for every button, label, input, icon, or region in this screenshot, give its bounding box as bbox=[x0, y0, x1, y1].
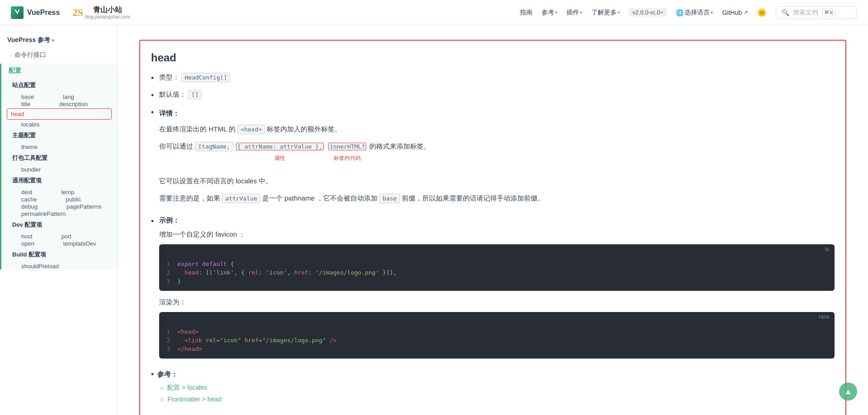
nav-reference[interactable]: 参考 ▾ bbox=[542, 9, 557, 17]
github-link[interactable]: GitHub ↗ bbox=[722, 9, 748, 16]
default-content: 默认值： [] bbox=[159, 90, 835, 99]
sidebar-section-title-vuepress-ref[interactable]: VuePress 参考 ▾ bbox=[0, 33, 117, 48]
detail-para-2: 你可以通过 [tagName, { attrName: attrValue },… bbox=[159, 140, 835, 161]
sidebar-item-theme[interactable]: theme bbox=[1, 141, 45, 153]
type-label: 类型： bbox=[159, 73, 179, 81]
type-item: • 类型： HeadConfig[] bbox=[151, 73, 835, 83]
sidebar-group-theme-config: 主题配置 bbox=[1, 128, 117, 143]
html-line-content-2: <link rel="icon" href="/images/logo.png"… bbox=[177, 337, 835, 344]
line-content-3: } bbox=[177, 278, 835, 284]
version-selector[interactable]: v2.0.0-rc.0 ▾ bbox=[629, 8, 667, 17]
html-line-num-2: 2 bbox=[159, 337, 177, 344]
nav-plugins-arrow-icon: ▾ bbox=[580, 10, 582, 15]
ref-circle-1: ○ bbox=[160, 384, 164, 392]
code-lines-html: 1 <head> 2 <link rel="icon" href="/image… bbox=[159, 322, 835, 359]
theme-toggle-button[interactable]: 🌞 bbox=[757, 8, 767, 18]
version-arrow-icon: ▾ bbox=[661, 10, 663, 15]
code-block-ts: ts 1 export default { 2 head: [['link', … bbox=[159, 244, 835, 291]
search-box[interactable]: 🔍 搜索文档 ⌘ K bbox=[776, 6, 857, 19]
ref-title: • 参考： bbox=[151, 369, 835, 379]
detail-label: 详情： bbox=[159, 109, 835, 118]
head-tag-code: <head> bbox=[237, 125, 265, 134]
chevron-up-icon: ▲ bbox=[844, 387, 852, 396]
sidebar-item-should-preload[interactable]: shouldPreload bbox=[1, 261, 66, 272]
brand-logo[interactable]: VuePress bbox=[11, 6, 60, 19]
bullet-dot-ref: • bbox=[151, 370, 154, 379]
nav-plugins[interactable]: 插件 ▾ bbox=[566, 9, 582, 17]
section-title: head bbox=[151, 51, 835, 64]
line-num-3: 3 bbox=[159, 278, 177, 284]
ref-link-frontmatter[interactable]: Frontmatter > head bbox=[167, 396, 221, 403]
brand-url: blog.yanqingshan.com bbox=[85, 14, 130, 19]
sidebar-item-head[interactable]: head bbox=[7, 108, 112, 120]
bullet-dot-detail: • bbox=[151, 108, 154, 117]
code-line-html-3: 3 </head> bbox=[159, 345, 835, 353]
sidebar-section-cli: 命令行接口 bbox=[0, 48, 117, 62]
render-label: 渲染为： bbox=[159, 298, 835, 307]
detail-para-4: 需要注意的是，如果 attrValue 是一个 pathname ，它不会被自动… bbox=[159, 192, 835, 204]
nav-learn-more[interactable]: 了解更多 ▾ bbox=[591, 9, 620, 17]
sidebar-item-permalink-pattern[interactable]: permalinkPattern bbox=[1, 208, 73, 219]
sidebar-item-open[interactable]: open bbox=[1, 238, 42, 249]
code-line-html-1: 1 <head> bbox=[159, 327, 835, 336]
references-section: • 参考： ○ 配置 > locales ○ Frontmatter > hea… bbox=[151, 369, 835, 403]
line-num-2: 2 bbox=[159, 269, 177, 276]
site-brand[interactable]: 2S 青山小站 blog.yanqingshan.com bbox=[74, 4, 128, 22]
line-content-1: export default { bbox=[177, 261, 835, 267]
innerhtml-code: innerHTML? bbox=[328, 143, 366, 150]
sidebar-item-bundler[interactable]: bundler bbox=[1, 164, 48, 175]
detail-content: 详情： 在最终渲染出的 HTML 的 <head> 标签内加入的额外标签。 你可… bbox=[159, 109, 835, 209]
type-value: HeadConfig[] bbox=[181, 73, 230, 82]
line-content-2: head: [['link', { rel: 'icon', href: '/i… bbox=[177, 269, 835, 276]
back-to-top-button[interactable]: ▲ bbox=[839, 382, 857, 401]
code-line-ts-3: 3 } bbox=[159, 277, 835, 285]
main-nav: 指南 参考 ▾ 插件 ▾ 了解更多 ▾ v2.0.0-rc.0 ▾ 🌐 选择语言… bbox=[520, 6, 857, 19]
vuepress-logo-text: VuePress bbox=[27, 9, 60, 17]
example-item: • 示例： 增加一个自定义的 favicon ： ts 1 bbox=[151, 216, 835, 362]
attrvalue-code: { attrName: attrValue }, bbox=[236, 143, 324, 150]
bullet-dot-type: • bbox=[151, 74, 154, 83]
html-badge: html bbox=[819, 314, 829, 320]
code-block-html-header: html bbox=[159, 312, 835, 322]
tagname-code: [tagName, bbox=[195, 142, 233, 151]
lang-arrow-icon: ▾ bbox=[711, 10, 713, 15]
html-line-content-3: </head> bbox=[177, 345, 835, 352]
main-content: head • 类型： HeadConfig[] • 默认值： [] bbox=[118, 25, 868, 415]
annotation-html-label: 标签内代码 bbox=[334, 154, 361, 163]
property-list: • 类型： HeadConfig[] • 默认值： [] • bbox=[151, 73, 835, 362]
sidebar-group-common-config: 通用配置项 bbox=[1, 173, 117, 188]
code-line-ts-2: 2 head: [['link', { rel: 'icon', href: '… bbox=[159, 268, 835, 277]
search-icon: 🔍 bbox=[782, 9, 789, 16]
language-selector[interactable]: 🌐 选择语言 ▾ bbox=[676, 9, 713, 17]
sidebar-item-template-dev[interactable]: templateDev bbox=[43, 238, 104, 249]
default-value: [] bbox=[188, 90, 202, 99]
ref-circle-2: ○ bbox=[160, 396, 164, 403]
sidebar-item-config[interactable]: 配置 bbox=[1, 64, 117, 78]
ts-badge: ts bbox=[825, 246, 829, 252]
brand-icon: 2S bbox=[73, 7, 83, 19]
ref-item-1: ○ 配置 > locales bbox=[160, 384, 835, 392]
head-section: head • 类型： HeadConfig[] • 默认值： [] bbox=[139, 40, 846, 415]
ref-link-locales[interactable]: 配置 > locales bbox=[167, 384, 207, 392]
annotation-attr-label: 属性 bbox=[274, 154, 285, 163]
sidebar-group-build-config: Build 配置项 bbox=[1, 247, 117, 262]
attrvalue-inline-code: attrValue bbox=[222, 194, 260, 203]
nav-learn-more-arrow-icon: ▾ bbox=[618, 10, 620, 15]
line-num-1: 1 bbox=[159, 261, 177, 267]
example-label: 示例： bbox=[159, 216, 835, 225]
ref-items: ○ 配置 > locales ○ Frontmatter > head bbox=[151, 384, 835, 403]
nav-guide[interactable]: 指南 bbox=[520, 9, 533, 17]
html-line-content-1: <head> bbox=[177, 328, 835, 335]
sidebar-ref-arrow-icon: ▾ bbox=[52, 38, 54, 43]
header: VuePress 2S 青山小站 blog.yanqingshan.com 指南… bbox=[0, 0, 868, 25]
external-link-icon: ↗ bbox=[744, 9, 748, 15]
sidebar-group-bundler-config: 打包工具配置 bbox=[1, 150, 117, 166]
html-line-num-1: 1 bbox=[159, 328, 177, 335]
sidebar: VuePress 参考 ▾ 命令行接口 配置 站点配置 base lang ti… bbox=[0, 25, 118, 415]
page-layout: VuePress 参考 ▾ 命令行接口 配置 站点配置 base lang ti… bbox=[0, 25, 868, 415]
code-block-ts-header: ts bbox=[159, 244, 835, 254]
sidebar-item-cli[interactable]: 命令行接口 bbox=[0, 48, 117, 62]
example-desc: 增加一个自定义的 favicon ： bbox=[159, 230, 835, 239]
nav-reference-arrow-icon: ▾ bbox=[555, 10, 557, 15]
default-item: • 默认值： [] bbox=[151, 90, 835, 100]
